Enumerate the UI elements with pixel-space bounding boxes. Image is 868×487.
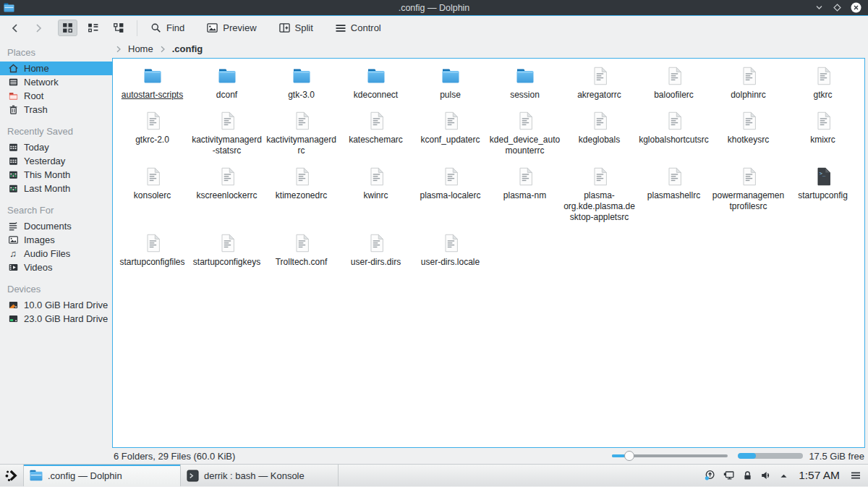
split-label: Split: [295, 22, 313, 33]
file-item[interactable]: dconf: [190, 64, 263, 101]
file-label: session: [510, 90, 540, 101]
file-item[interactable]: kdeconnect: [339, 64, 412, 101]
close-icon[interactable]: [851, 2, 861, 13]
find-label: Find: [166, 22, 184, 33]
file-item[interactable]: plasma-localerc: [414, 164, 487, 201]
file-item[interactable]: session: [488, 64, 561, 101]
network-icon: [7, 77, 19, 88]
file-item[interactable]: konsolerc: [116, 164, 189, 201]
zoom-slider-handle[interactable]: [624, 451, 634, 461]
sidebar-item-documents[interactable]: Documents: [0, 219, 112, 233]
file-item[interactable]: khotkeysrc: [712, 109, 785, 145]
file-item[interactable]: kactivitymanagerd-statsrc: [190, 109, 263, 156]
file-item[interactable]: kscreenlockerrc: [190, 164, 263, 201]
sidebar-item-last-month[interactable]: Last Month: [0, 182, 112, 195]
file-item[interactable]: autostart-scripts: [116, 64, 189, 101]
file-item[interactable]: kglobalshortcutsrc: [637, 109, 710, 145]
file-item[interactable]: kconf_updaterc: [414, 109, 487, 145]
sidebar-item-10-0-gib-hard-drive[interactable]: 10.0 GiB Hard Drive: [0, 298, 112, 312]
text-file-icon: [215, 109, 239, 133]
text-file-icon: [364, 231, 388, 255]
compact-view-button[interactable]: [83, 20, 103, 36]
file-item[interactable]: gtkrc-2.0: [116, 109, 189, 145]
dolphin-icon: [30, 470, 43, 481]
preview-button[interactable]: Preview: [200, 19, 262, 37]
file-item[interactable]: gtkrc: [786, 64, 859, 101]
file-item[interactable]: baloofilerc: [637, 64, 710, 101]
file-label: khotkeysrc: [728, 135, 769, 145]
text-file-icon: [140, 109, 165, 133]
folder-file-icon: [140, 64, 165, 88]
file-label: Trolltech.conf: [276, 257, 328, 268]
breadcrumb-home[interactable]: Home: [126, 43, 156, 54]
sidebar-header: Search For: [0, 202, 112, 219]
lock-icon[interactable]: [742, 470, 753, 481]
forward-icon[interactable]: [29, 20, 48, 36]
sidebar-item-yesterday[interactable]: Yesterday: [0, 154, 112, 168]
task-button[interactable]: .config — Dolphin: [23, 465, 181, 486]
back-icon[interactable]: [6, 20, 25, 36]
details-view-button[interactable]: [109, 20, 128, 36]
file-item[interactable]: kactivitymanagerdrc: [265, 109, 338, 156]
file-item[interactable]: plasma-org.kde.plasma.desktop-appletsrc: [563, 164, 636, 223]
file-label: kactivitymanagerd-statsrc: [191, 135, 263, 156]
text-file-icon: [513, 109, 537, 133]
file-item[interactable]: user-dirs.dirs: [339, 231, 412, 268]
text-file-icon: [438, 231, 463, 255]
file-item[interactable]: gtk-3.0: [265, 64, 338, 101]
sidebar-item-images[interactable]: Images: [0, 233, 112, 247]
file-item[interactable]: kmixrc: [786, 109, 859, 145]
file-item[interactable]: kwinrc: [339, 164, 412, 201]
sidebar-item-root[interactable]: Root: [0, 89, 112, 103]
file-item[interactable]: dolphinrc: [712, 64, 785, 101]
caret-up-icon[interactable]: [779, 471, 788, 480]
find-button[interactable]: Find: [145, 20, 190, 37]
breadcrumb-current[interactable]: .config: [170, 43, 205, 54]
file-label: powermanagementprofilesrc: [712, 190, 785, 212]
sidebar-item-trash[interactable]: Trash: [0, 103, 112, 117]
file-item[interactable]: kateschemarc: [339, 109, 412, 145]
sidebar-item-today[interactable]: Today: [0, 140, 112, 154]
file-item[interactable]: powermanagementprofilesrc: [712, 164, 785, 212]
folder-file-icon: [289, 64, 314, 88]
sidebar-item-videos[interactable]: Videos: [0, 261, 112, 274]
file-item[interactable]: pulse: [414, 64, 487, 101]
folder-view[interactable]: autostart-scriptsdconfgtk-3.0kdeconnectp…: [112, 58, 865, 448]
zoom-slider[interactable]: [612, 451, 728, 461]
file-item[interactable]: startupconfigfiles: [116, 231, 189, 268]
app-launcher-icon[interactable]: [0, 465, 23, 486]
file-item[interactable]: Trolltech.conf: [265, 231, 338, 268]
file-label: autostart-scripts: [122, 90, 183, 101]
file-item[interactable]: akregatorrc: [563, 64, 636, 101]
file-item[interactable]: kded_device_automounterrc: [488, 109, 561, 156]
file-item[interactable]: plasma-nm: [488, 164, 561, 201]
volume-icon[interactable]: [760, 470, 772, 481]
text-file-icon: [811, 64, 835, 88]
minimize-icon[interactable]: [814, 3, 824, 12]
desktop-menu-icon[interactable]: [850, 470, 861, 481]
file-item[interactable]: >_startupconfig: [786, 164, 859, 201]
sidebar-item-network[interactable]: Network: [0, 75, 112, 89]
sidebar-item-23-0-gib-hard-drive[interactable]: 23.0 GiB Hard Drive: [0, 312, 112, 326]
maximize-icon[interactable]: [833, 3, 842, 12]
control-button[interactable]: Control: [329, 20, 387, 37]
network-monitor-icon[interactable]: [723, 470, 735, 481]
audio-icon: ♫: [7, 248, 19, 260]
updates-icon[interactable]: [705, 470, 716, 481]
split-button[interactable]: Split: [273, 19, 319, 37]
file-item[interactable]: ktimezonedrc: [265, 164, 338, 201]
titlebar: .config — Dolphin: [0, 0, 868, 16]
sidebar-header: Places: [0, 44, 112, 62]
file-item[interactable]: user-dirs.locale: [414, 231, 487, 268]
sidebar-item-home[interactable]: Home: [0, 62, 112, 75]
file-item[interactable]: kdeglobals: [563, 109, 636, 145]
sidebar-item-audio-files[interactable]: ♫Audio Files: [0, 247, 112, 261]
file-item[interactable]: startupconfigkeys: [190, 231, 263, 268]
file-item[interactable]: plasmashellrc: [637, 164, 710, 201]
icons-view-button[interactable]: [58, 20, 77, 36]
folder-file-icon: [438, 64, 463, 88]
task-button[interactable]: derrik : bash — Konsole: [181, 465, 339, 486]
sidebar-item-this-month[interactable]: This Month: [0, 168, 112, 182]
toolbar-separator: [137, 20, 137, 36]
sidebar-header: Devices: [0, 281, 112, 298]
